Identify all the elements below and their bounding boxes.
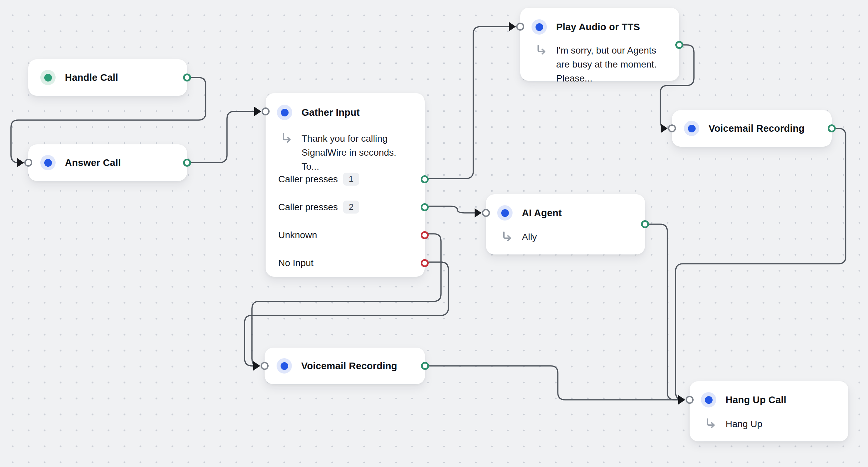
output-port[interactable] xyxy=(675,41,683,49)
wire-press2-to-ai-agent[interactable] xyxy=(427,206,479,213)
flow-canvas[interactable]: Handle Call Answer Call Gather Input Tha… xyxy=(0,0,868,467)
input-port[interactable] xyxy=(24,159,32,167)
output-row-caller-presses-2[interactable]: Caller presses 2 xyxy=(266,193,425,221)
input-port[interactable] xyxy=(482,209,490,217)
node-title: Voicemail Recording xyxy=(709,123,805,134)
prompt-arrow-icon xyxy=(536,44,548,56)
node-type-icon xyxy=(40,155,56,170)
node-ai-agent[interactable]: AI Agent Ally xyxy=(486,194,645,255)
node-title: Gather Input xyxy=(302,107,360,118)
node-title: Answer Call xyxy=(65,157,121,168)
node-subtitle: Hang Up xyxy=(725,417,763,431)
node-play-audio-or-tts[interactable]: Play Audio or TTS I'm sorry, but our Age… xyxy=(520,8,679,81)
input-port[interactable] xyxy=(261,107,270,115)
node-hang-up-call[interactable]: Hang Up Call Hang Up xyxy=(690,381,848,441)
input-arrow-icon xyxy=(678,395,685,404)
output-row-caller-presses-1[interactable]: Caller presses 1 xyxy=(266,165,425,193)
key-badge: 2 xyxy=(343,201,359,213)
output-port[interactable] xyxy=(641,220,649,228)
node-title: Hang Up Call xyxy=(725,395,786,405)
node-type-icon xyxy=(497,205,513,221)
node-type-icon xyxy=(531,19,547,35)
output-row-label: Caller presses xyxy=(278,174,338,185)
node-handle-call[interactable]: Handle Call xyxy=(28,59,187,96)
key-badge: 1 xyxy=(343,173,359,186)
wire-voicemail-bottom-to-hangup[interactable] xyxy=(428,366,683,400)
input-port[interactable] xyxy=(686,396,693,404)
output-row-unknown[interactable]: Unknown xyxy=(266,221,425,249)
output-port[interactable] xyxy=(183,159,191,167)
prompt-arrow-icon xyxy=(282,132,293,144)
node-type-icon xyxy=(277,105,292,120)
output-port[interactable] xyxy=(828,124,836,132)
input-arrow-icon xyxy=(253,361,260,371)
output-row-label: Caller presses xyxy=(278,202,338,212)
node-gather-input[interactable]: Gather Input Thank you for calling Signa… xyxy=(266,93,425,277)
input-port[interactable] xyxy=(668,124,676,132)
output-port[interactable] xyxy=(421,175,429,183)
node-title: AI Agent xyxy=(522,207,562,219)
output-row-label: Unknown xyxy=(278,230,317,240)
input-arrow-icon xyxy=(509,22,516,31)
node-type-icon xyxy=(701,392,716,407)
input-port[interactable] xyxy=(260,362,269,370)
node-answer-call[interactable]: Answer Call xyxy=(28,144,187,181)
wire-answer-to-gather[interactable] xyxy=(190,111,258,163)
node-title: Play Audio or TTS xyxy=(556,22,640,33)
output-port[interactable] xyxy=(183,73,191,81)
node-voicemail-recording-right[interactable]: Voicemail Recording xyxy=(672,110,832,147)
node-title: Handle Call xyxy=(65,72,118,83)
node-subtitle: I'm sorry, but our Agents are busy at th… xyxy=(556,43,669,86)
output-port[interactable] xyxy=(421,362,429,370)
node-voicemail-recording-bottom[interactable]: Voicemail Recording xyxy=(265,347,425,384)
error-output-port[interactable] xyxy=(421,259,429,267)
input-arrow-icon xyxy=(17,158,24,167)
node-type-icon xyxy=(684,121,699,136)
input-arrow-icon xyxy=(254,107,261,116)
output-row-no-input[interactable]: No Input xyxy=(266,249,425,277)
node-type-icon xyxy=(40,70,56,85)
wire-voicemail-right-to-hangup[interactable] xyxy=(676,128,846,400)
error-output-port[interactable] xyxy=(421,231,429,239)
prompt-arrow-icon xyxy=(502,231,513,242)
wire-ai-agent-to-hangup[interactable] xyxy=(648,224,683,400)
output-port[interactable] xyxy=(421,203,429,211)
node-subtitle: Ally xyxy=(522,230,537,244)
output-row-label: No Input xyxy=(278,258,313,268)
input-arrow-icon xyxy=(475,208,482,218)
input-port[interactable] xyxy=(516,23,524,31)
wire-press1-to-play-audio[interactable] xyxy=(427,27,513,178)
node-type-icon xyxy=(277,358,292,373)
input-arrow-icon xyxy=(661,124,668,133)
node-title: Voicemail Recording xyxy=(301,361,397,371)
prompt-arrow-icon xyxy=(706,418,717,429)
